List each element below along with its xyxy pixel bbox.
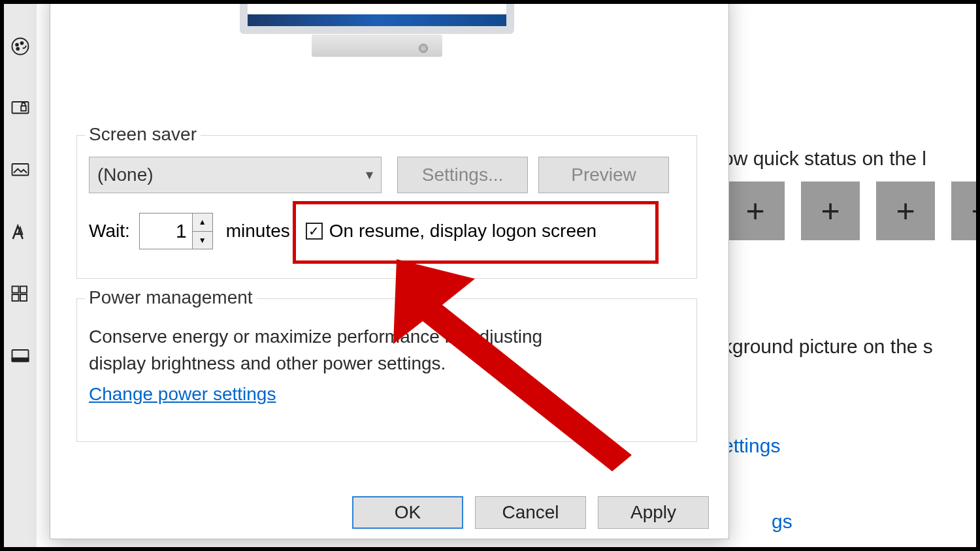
- power-description: Conserve energy or maximize performance …: [89, 324, 546, 377]
- preview-monitor-graphic: [240, 0, 514, 57]
- button-label: Settings...: [422, 165, 504, 185]
- on-resume-label: On resume, display logon screen: [329, 221, 596, 242]
- change-power-settings-link[interactable]: Change power settings: [89, 384, 276, 405]
- apply-button[interactable]: Apply: [598, 496, 709, 529]
- screensaver-group: Screen saver (None) ▾ Settings... Previe…: [76, 135, 697, 279]
- on-resume-row: ✓ On resume, display logon screen: [306, 221, 596, 242]
- power-management-group: Power management Conserve energy or maxi…: [76, 298, 697, 442]
- add-status-app-tile[interactable]: +: [726, 181, 785, 240]
- button-label: Cancel: [502, 502, 559, 523]
- screensaver-settings-dialog: Screen saver (None) ▾ Settings... Previe…: [50, 0, 729, 539]
- wait-minutes-spinner[interactable]: 1 ▲ ▼: [139, 213, 213, 249]
- screensaver-select-value: (None): [97, 165, 154, 185]
- monitor-taskbar: [248, 14, 506, 26]
- button-label: OK: [395, 502, 421, 523]
- svg-point-1: [16, 44, 18, 46]
- screensaver-settings-button[interactable]: Settings...: [397, 157, 528, 193]
- lock-screen-icon[interactable]: [10, 99, 30, 118]
- monitor-base: [312, 35, 442, 57]
- power-legend: Power management: [85, 287, 257, 308]
- add-status-app-tile[interactable]: +: [801, 181, 860, 240]
- cancel-button[interactable]: Cancel: [475, 496, 586, 529]
- screensaver-legend: Screen saver: [85, 124, 201, 145]
- wait-value: 1: [140, 213, 192, 249]
- themes-icon[interactable]: [10, 161, 30, 180]
- monitor-power-button-icon: [419, 44, 428, 53]
- taskbar-icon[interactable]: [10, 347, 30, 366]
- settings-sidebar: [4, 4, 37, 547]
- palette-icon[interactable]: [10, 37, 30, 56]
- related-link-partial[interactable]: ettings: [723, 435, 780, 457]
- spinner-down-button[interactable]: ▼: [193, 232, 212, 249]
- wait-label: Wait:: [89, 221, 130, 242]
- add-status-app-tile[interactable]: +: [876, 181, 935, 240]
- wait-row: Wait: 1 ▲ ▼ minutes ✓ On resume, display…: [89, 213, 596, 249]
- status-tip-text: ow quick status on the l: [723, 148, 926, 170]
- svg-rect-8: [20, 287, 27, 293]
- spinner-up-button[interactable]: ▲: [193, 213, 212, 232]
- svg-point-2: [21, 42, 24, 44]
- chevron-down-icon: ▾: [366, 166, 373, 183]
- svg-rect-7: [12, 287, 19, 293]
- add-status-app-tile[interactable]: +: [951, 181, 980, 240]
- button-label: Preview: [571, 165, 636, 185]
- ok-button[interactable]: OK: [352, 496, 463, 529]
- screensaver-preview-button[interactable]: Preview: [538, 157, 669, 193]
- screensaver-select[interactable]: (None) ▾: [89, 157, 382, 193]
- svg-point-3: [16, 48, 19, 50]
- on-resume-checkbox[interactable]: ✓: [306, 223, 323, 240]
- related-link-partial-2[interactable]: gs: [772, 511, 792, 533]
- svg-rect-12: [12, 358, 29, 362]
- start-icon[interactable]: [10, 285, 30, 304]
- fonts-icon[interactable]: [10, 223, 30, 242]
- svg-rect-9: [12, 294, 19, 301]
- svg-rect-6: [12, 164, 29, 176]
- svg-rect-10: [20, 294, 27, 301]
- wait-unit: minutes: [226, 221, 290, 242]
- button-label: Apply: [630, 502, 676, 523]
- dialog-buttons: OK Cancel Apply: [352, 496, 709, 529]
- background-tip-text: kground picture on the s: [723, 336, 933, 358]
- svg-rect-5: [21, 106, 26, 111]
